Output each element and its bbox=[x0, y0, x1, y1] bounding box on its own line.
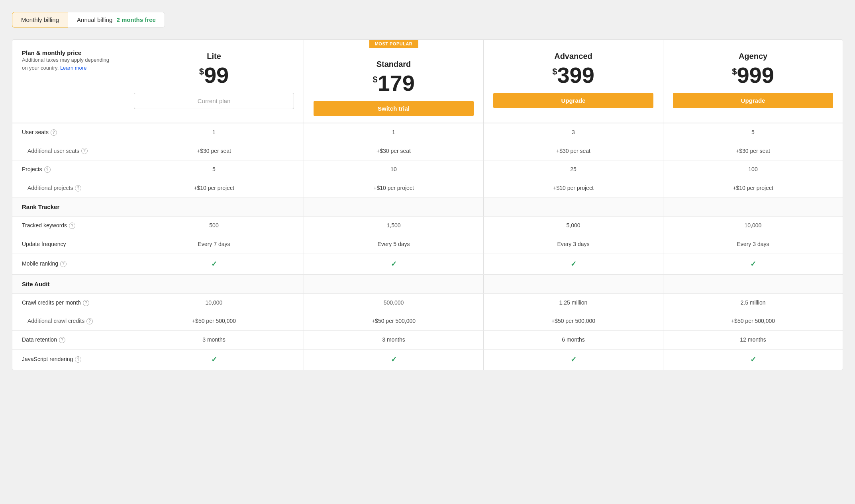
row-label: Additional crawl credits? bbox=[12, 312, 124, 330]
row-label: Additional user seats? bbox=[12, 142, 124, 160]
standard-plan-name: Standard bbox=[314, 60, 474, 69]
table-row: Data retention?3 months3 months6 months1… bbox=[12, 330, 843, 349]
help-icon[interactable]: ? bbox=[60, 261, 67, 267]
row-label: User seats? bbox=[12, 123, 124, 142]
help-icon[interactable]: ? bbox=[86, 318, 93, 324]
lite-plan-header: Lite $ 99 Current plan bbox=[124, 40, 304, 123]
row-value: Every 7 days bbox=[124, 235, 304, 254]
advanced-cta-btn[interactable]: Upgrade bbox=[493, 93, 653, 108]
row-label: Additional projects? bbox=[12, 179, 124, 197]
row-value: 1.25 million bbox=[483, 294, 663, 312]
row-value: 500 bbox=[124, 217, 304, 235]
plan-price-header: Plan & monthly price bbox=[22, 49, 114, 56]
row-value: 10 bbox=[304, 160, 483, 179]
row-label: Mobile ranking? bbox=[12, 254, 124, 274]
lite-plan-price: $ 99 bbox=[134, 64, 294, 86]
advanced-plan-price: $ 399 bbox=[493, 64, 653, 86]
table-row: Additional crawl credits?+$50 per 500,00… bbox=[12, 312, 843, 330]
check-icon: ✓ bbox=[391, 355, 397, 365]
help-icon[interactable]: ? bbox=[75, 356, 81, 363]
check-icon: ✓ bbox=[750, 259, 756, 269]
row-value: 1 bbox=[304, 123, 483, 142]
row-label: Crawl credits per month? bbox=[12, 294, 124, 312]
standard-cta-btn[interactable]: Switch trial bbox=[314, 101, 474, 116]
help-icon[interactable]: ? bbox=[75, 185, 81, 191]
row-value: 10,000 bbox=[663, 217, 843, 235]
learn-more-link[interactable]: Learn more bbox=[60, 65, 86, 71]
most-popular-banner: MOST POPULAR bbox=[369, 39, 418, 48]
base-feature-rows: User seats?1135Additional user seats?+$3… bbox=[12, 123, 843, 197]
lite-cta-btn: Current plan bbox=[134, 93, 294, 109]
help-icon[interactable]: ? bbox=[69, 223, 75, 229]
row-value: ✓ bbox=[124, 254, 304, 274]
check-icon: ✓ bbox=[571, 259, 577, 269]
agency-cta-btn[interactable]: Upgrade bbox=[673, 93, 833, 108]
help-icon[interactable]: ? bbox=[59, 337, 65, 343]
advanced-plan-header: Advanced $ 399 Upgrade bbox=[483, 40, 663, 123]
row-value: +$50 per 500,000 bbox=[663, 312, 843, 330]
section-header-spacer bbox=[304, 275, 483, 293]
check-icon: ✓ bbox=[211, 259, 217, 269]
row-value: 12 months bbox=[663, 331, 843, 349]
row-value: 5,000 bbox=[483, 217, 663, 235]
row-value: ✓ bbox=[663, 254, 843, 274]
help-icon[interactable]: ? bbox=[44, 166, 51, 173]
row-value: ✓ bbox=[483, 254, 663, 274]
table-row: Mobile ranking?✓✓✓✓ bbox=[12, 254, 843, 274]
table-row: Projects?51025100 bbox=[12, 160, 843, 179]
help-icon[interactable]: ? bbox=[81, 148, 88, 154]
standard-plan-price: $ 179 bbox=[314, 72, 474, 94]
row-value: +$10 per project bbox=[304, 179, 483, 197]
row-value: 10,000 bbox=[124, 294, 304, 312]
agency-plan-name: Agency bbox=[673, 52, 833, 61]
annual-billing-btn[interactable]: Annual billing 2 months free bbox=[68, 12, 165, 27]
row-value: 6 months bbox=[483, 331, 663, 349]
table-row: Update frequencyEvery 7 daysEvery 5 days… bbox=[12, 235, 843, 254]
check-icon: ✓ bbox=[391, 259, 397, 269]
plan-tax-desc: Additional taxes may apply depending on … bbox=[22, 56, 114, 72]
row-value: ✓ bbox=[483, 350, 663, 370]
section-header-spacer bbox=[124, 275, 304, 293]
row-value: 5 bbox=[663, 123, 843, 142]
row-value: +$30 per seat bbox=[304, 142, 483, 160]
row-value: ✓ bbox=[663, 350, 843, 370]
row-value: ✓ bbox=[304, 350, 483, 370]
row-label: Data retention? bbox=[12, 331, 124, 349]
table-row: Additional projects?+$10 per project+$10… bbox=[12, 179, 843, 197]
row-value: 5 bbox=[124, 160, 304, 179]
section-header-spacer bbox=[663, 197, 843, 216]
row-value: Every 3 days bbox=[663, 235, 843, 254]
help-icon[interactable]: ? bbox=[83, 300, 89, 306]
row-value: 1,500 bbox=[304, 217, 483, 235]
row-value: +$10 per project bbox=[483, 179, 663, 197]
row-value: 3 months bbox=[304, 331, 483, 349]
row-value: ✓ bbox=[124, 350, 304, 370]
standard-plan-header: MOST POPULAR Standard $ 179 Switch trial bbox=[304, 40, 483, 123]
monthly-billing-btn[interactable]: Monthly billing bbox=[12, 12, 68, 27]
row-value: 100 bbox=[663, 160, 843, 179]
advanced-plan-name: Advanced bbox=[493, 52, 653, 61]
section-header-spacer bbox=[483, 275, 663, 293]
table-row: Additional user seats?+$30 per seat+$30 … bbox=[12, 142, 843, 160]
agency-plan-header: Agency $ 999 Upgrade bbox=[663, 40, 843, 123]
header-row: Plan & monthly price Additional taxes ma… bbox=[12, 40, 843, 123]
section-header-spacer bbox=[483, 197, 663, 216]
row-value: 3 bbox=[483, 123, 663, 142]
plan-info-col: Plan & monthly price Additional taxes ma… bbox=[12, 40, 124, 123]
row-value: +$10 per project bbox=[663, 179, 843, 197]
row-value: 500,000 bbox=[304, 294, 483, 312]
row-label: Update frequency bbox=[12, 235, 124, 254]
check-icon: ✓ bbox=[571, 355, 577, 365]
agency-plan-price: $ 999 bbox=[673, 64, 833, 86]
table-row: User seats?1135 bbox=[12, 123, 843, 142]
row-value: +$30 per seat bbox=[483, 142, 663, 160]
row-value: ✓ bbox=[304, 254, 483, 274]
check-icon: ✓ bbox=[750, 355, 756, 365]
row-value: 3 months bbox=[124, 331, 304, 349]
row-label: Tracked keywords? bbox=[12, 217, 124, 235]
help-icon[interactable]: ? bbox=[51, 129, 57, 136]
section-header-spacer bbox=[663, 275, 843, 293]
row-value: 25 bbox=[483, 160, 663, 179]
row-label: JavaScript rendering? bbox=[12, 350, 124, 370]
section-title: Site Audit bbox=[12, 275, 124, 293]
